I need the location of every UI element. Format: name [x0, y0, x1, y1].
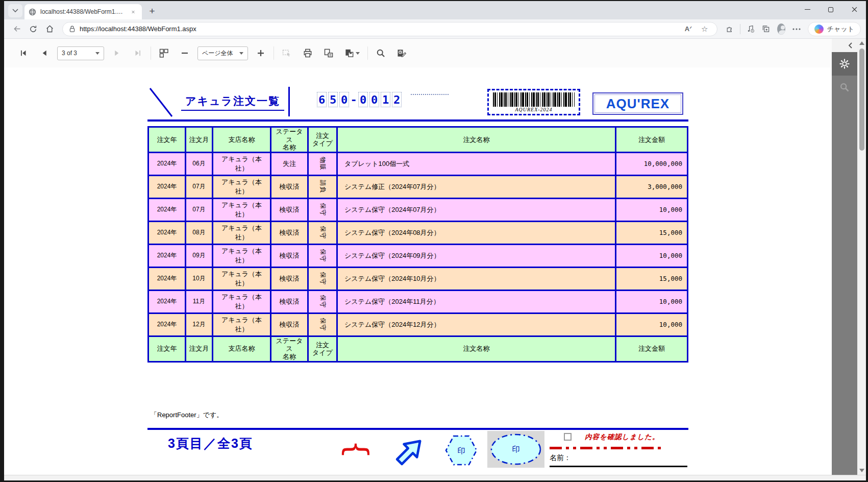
cell-order-amount: 10,000	[616, 198, 688, 221]
tab-strip: localhost:44388/WebForm1.aspx +	[4, 1, 866, 19]
export-button[interactable]	[341, 45, 363, 61]
zoom-out-button[interactable]	[177, 45, 193, 61]
copilot-button[interactable]: チャット	[808, 22, 861, 36]
cell-order-month: 07月	[186, 175, 213, 198]
print-button[interactable]	[300, 45, 316, 61]
cell-order-name: システム保守（2024年12月分）	[337, 313, 616, 336]
toolbar-separator	[367, 46, 368, 60]
window-controls	[796, 1, 866, 18]
cell-order-month: 12月	[186, 313, 213, 336]
refresh-button[interactable]	[26, 21, 41, 37]
hexagon-stamp: 印	[444, 435, 478, 466]
page-number-select[interactable]: 3 of 3	[57, 46, 104, 60]
vertical-scrollbar[interactable]	[857, 39, 866, 475]
multipage-view-button[interactable]	[156, 45, 172, 61]
table-body: 2024年06月アキュラ（本社）失注物販タブレット100個一式10,000,00…	[148, 152, 688, 336]
header-rule	[147, 119, 688, 122]
company-logo: AQU'REX	[592, 92, 683, 115]
postal-digit: 2	[392, 92, 402, 107]
postal-digit: 0	[339, 92, 349, 107]
cell-order-amount: 15,000	[616, 221, 688, 244]
cell-status-name: 失注	[271, 152, 308, 175]
favorite-button[interactable]: ☆	[699, 23, 711, 35]
annotations-button[interactable]	[393, 45, 410, 61]
collections-icon	[762, 25, 770, 33]
red-brace-shape: {	[337, 437, 376, 462]
column-header: 注文名称	[337, 336, 616, 362]
cell-branch-name: アキュラ（本社）	[213, 244, 271, 267]
refresh-icon	[29, 25, 37, 33]
postal-digit: 0	[358, 92, 368, 107]
search-button[interactable]	[373, 45, 389, 61]
barcode: AQUREX-2024	[487, 89, 580, 115]
postal-digit: -	[351, 92, 357, 107]
table-row: 2024年08月アキュラ（本社）検収済保守システム保守（2024年08月分）15…	[148, 221, 688, 244]
cell-branch-name: アキュラ（本社）	[213, 198, 271, 221]
column-header: 注文年	[148, 336, 186, 362]
cell-order-amount: 10,000	[616, 313, 688, 336]
settings-menu-button[interactable]	[789, 22, 804, 36]
cell-status-name: 検収済	[271, 313, 308, 336]
company-logo-frame: AQU'REX	[594, 94, 681, 113]
cell-order-year: 2024年	[148, 221, 186, 244]
horizontal-scrollbar[interactable]	[4, 475, 866, 480]
report-page: アキュラ注文一覧 650-0012 AQUREX-2024 AQU'R	[147, 86, 688, 475]
zoom-mode-select[interactable]: ページ全体	[197, 46, 248, 60]
column-header: ステータス 名称	[271, 336, 308, 362]
copilot-label: チャット	[827, 25, 854, 34]
cell-order-year: 2024年	[148, 198, 186, 221]
cell-status-name: 検収済	[271, 198, 308, 221]
zoom-in-button[interactable]	[253, 45, 269, 61]
snapshot-select-button[interactable]	[279, 45, 295, 61]
table-row: 2024年11月アキュラ（本社）検収済保守システム保守（2024年11月分）10…	[148, 290, 688, 313]
print-layout-button[interactable]	[320, 45, 337, 61]
print-icon	[303, 48, 313, 58]
cell-order-name: システム保守（2024年08月分）	[337, 221, 616, 244]
page-counter: 3頁目／全3頁	[168, 435, 253, 452]
maximize-icon	[828, 7, 833, 12]
table-row: 2024年12月アキュラ（本社）検収済保守システム保守（2024年12月分）10…	[148, 313, 688, 336]
cell-order-type: 保守	[308, 244, 337, 267]
close-icon	[852, 7, 857, 12]
postal-digit: 5	[328, 92, 338, 107]
cell-order-month: 09月	[186, 244, 213, 267]
cell-order-type: 保守	[308, 198, 337, 221]
sidebar-tab-search[interactable]	[832, 76, 857, 99]
postal-digit: 6	[317, 92, 327, 107]
next-page-button[interactable]	[109, 45, 125, 61]
cell-order-amount: 15,000	[616, 267, 688, 290]
new-tab-button[interactable]: +	[145, 4, 159, 18]
sidebar-tab-settings[interactable]	[832, 52, 857, 76]
zoom-mode-value: ページ全体	[202, 49, 233, 58]
collections-button[interactable]	[759, 22, 773, 36]
cell-order-type: 保守	[308, 313, 337, 336]
export-save-icon	[344, 48, 354, 58]
scroll-down-arrow[interactable]	[859, 469, 864, 472]
report-viewer-toolbar: 3 of 3	[4, 39, 832, 67]
window-minimize-button[interactable]	[796, 1, 819, 18]
read-aloud-button[interactable]: Aᐟ	[682, 23, 695, 35]
extensions-button[interactable]	[723, 22, 737, 36]
previous-page-button[interactable]	[36, 45, 53, 61]
first-page-button[interactable]	[15, 45, 32, 61]
profile-button[interactable]	[774, 22, 788, 36]
media-controls-button[interactable]	[743, 22, 758, 36]
diagonal-line-decoration	[148, 87, 174, 118]
url-bar[interactable]: https://localhost:44388/WebForm1.aspx Aᐟ…	[62, 22, 717, 36]
window-maximize-button[interactable]	[819, 1, 842, 18]
back-button[interactable]	[9, 21, 24, 37]
window-close-button[interactable]	[842, 1, 866, 18]
browser-tab[interactable]: localhost:44388/WebForm1.aspx	[24, 4, 142, 19]
scroll-up-arrow[interactable]	[859, 41, 864, 45]
last-page-button[interactable]	[130, 45, 146, 61]
tab-search-button[interactable]	[8, 4, 22, 17]
home-button[interactable]	[42, 21, 57, 37]
barcode-label: AQUREX-2024	[515, 107, 552, 112]
cell-branch-name: アキュラ（本社）	[213, 290, 271, 313]
cell-order-year: 2024年	[148, 152, 186, 175]
chevron-left-icon[interactable]	[848, 42, 852, 49]
zoom-in-icon	[256, 49, 265, 58]
tab-close-button[interactable]	[129, 7, 138, 16]
cell-order-month: 08月	[186, 221, 213, 244]
scrollbar-thumb[interactable]	[859, 49, 864, 151]
